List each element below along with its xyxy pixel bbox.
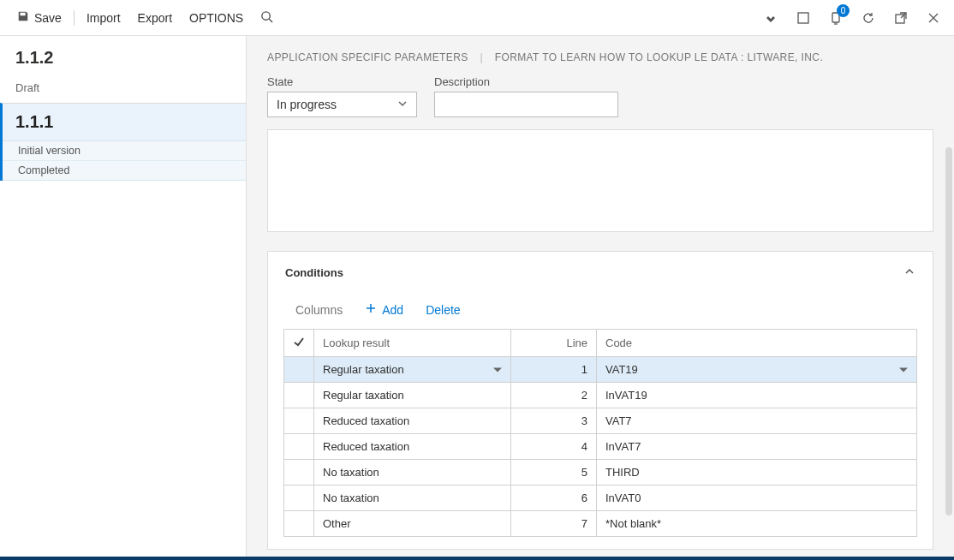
conditions-header[interactable]: Conditions [268, 252, 933, 294]
code-cell[interactable]: VAT7 [597, 408, 917, 434]
delete-button[interactable]: Delete [426, 303, 460, 317]
row-check-cell[interactable] [284, 486, 314, 511]
table-row[interactable]: Regular taxation1VAT19 [284, 357, 917, 383]
line-cell: 5 [511, 460, 597, 486]
lookup-cell[interactable]: Reduced taxation [314, 434, 511, 460]
state-label: State [267, 75, 417, 88]
lookup-cell[interactable]: Reduced taxation [314, 408, 511, 434]
options-label: OPTIONS [189, 11, 243, 25]
search-button[interactable] [260, 10, 273, 26]
notifications-button[interactable]: 0 [824, 6, 848, 30]
state-value: In progress [277, 98, 337, 111]
version-meta-line: Completed [3, 160, 246, 181]
svg-line-6 [901, 13, 906, 18]
table-row[interactable]: Reduced taxation4InVAT7 [284, 434, 917, 460]
office-icon[interactable] [791, 6, 815, 30]
breadcrumb-a: APPLICATION SPECIFIC PARAMETERS [267, 51, 468, 63]
lookup-cell[interactable]: Regular taxation [314, 357, 511, 383]
svg-point-0 [262, 11, 270, 19]
state-select[interactable]: In progress [267, 92, 417, 117]
columns-button[interactable]: Columns [295, 303, 343, 317]
svg-line-1 [269, 19, 272, 22]
breadcrumb: APPLICATION SPECIFIC PARAMETERS | FORMAT… [267, 36, 933, 74]
table-row[interactable]: Reduced taxation3VAT7 [284, 408, 917, 434]
export-label: Export [138, 11, 172, 25]
line-cell: 4 [511, 434, 597, 460]
description-input[interactable] [434, 92, 618, 117]
table-row[interactable]: No taxation6InVAT0 [284, 486, 917, 511]
row-check-cell[interactable] [284, 408, 314, 434]
options-button[interactable]: OPTIONS [181, 6, 252, 30]
add-button[interactable]: Add [365, 302, 403, 317]
row-check-cell[interactable] [284, 460, 314, 486]
versions-sidebar: 1.1.2 Draft 1.1.1 Initial version Comple… [0, 36, 247, 557]
code-cell[interactable]: VAT19 [597, 357, 917, 383]
grid-header-line[interactable]: Line [511, 330, 597, 357]
description-label: Description [434, 75, 618, 88]
lookup-cell[interactable]: No taxation [314, 460, 511, 486]
save-button[interactable]: Save [9, 5, 70, 30]
version-status: Draft [15, 81, 230, 94]
lookup-cell[interactable]: No taxation [314, 486, 511, 511]
save-label: Save [34, 11, 62, 25]
svg-rect-2 [798, 13, 808, 23]
close-button[interactable] [921, 6, 945, 30]
popout-button[interactable] [889, 6, 913, 30]
breadcrumb-sep: | [480, 51, 483, 63]
preview-box [267, 129, 933, 232]
version-meta-line: Initial version [3, 140, 246, 160]
code-cell[interactable]: *Not blank* [597, 511, 917, 537]
body: 1.1.2 Draft 1.1.1 Initial version Comple… [0, 36, 954, 557]
code-cell[interactable]: InVAT19 [597, 383, 917, 408]
chevron-down-icon [397, 98, 408, 111]
grid-header-row: Lookup result Line Code [284, 330, 917, 357]
description-field-wrapper: Description [434, 75, 618, 117]
bottom-bar [0, 557, 954, 560]
toolbar-right: 0 [759, 6, 945, 30]
code-cell[interactable]: THIRD [597, 460, 917, 486]
grid-header-lookup[interactable]: Lookup result [314, 330, 511, 357]
grid-header-check[interactable] [284, 330, 314, 357]
table-row[interactable]: No taxation5THIRD [284, 460, 917, 486]
save-icon [17, 10, 29, 25]
row-check-cell[interactable] [284, 511, 314, 537]
line-cell: 1 [511, 357, 597, 383]
toolbar-separator [74, 10, 75, 26]
scrollbar[interactable] [945, 147, 952, 515]
code-cell[interactable]: InVAT0 [597, 486, 917, 511]
notification-badge: 0 [837, 4, 850, 17]
version-title: 1.1.1 [15, 112, 230, 132]
chevron-up-icon [903, 265, 915, 280]
row-check-cell[interactable] [284, 383, 314, 408]
conditions-title: Conditions [285, 266, 343, 279]
code-cell[interactable]: InVAT7 [597, 434, 917, 460]
lookup-cell[interactable]: Other [314, 511, 511, 537]
plus-icon [365, 302, 377, 317]
conditions-toolbar: Columns Add Delete [268, 294, 933, 329]
line-cell: 6 [511, 486, 597, 511]
line-cell: 2 [511, 383, 597, 408]
lookup-cell[interactable]: Regular taxation [314, 383, 511, 408]
table-row[interactable]: Other7*Not blank* [284, 511, 917, 537]
line-cell: 7 [511, 511, 597, 537]
add-label: Add [382, 303, 403, 317]
line-cell: 3 [511, 408, 597, 434]
state-field-wrapper: State In progress [267, 75, 417, 117]
table-row[interactable]: Regular taxation2InVAT19 [284, 383, 917, 408]
import-button[interactable]: Import [78, 6, 129, 30]
row-check-cell[interactable] [284, 434, 314, 460]
grid-header-code[interactable]: Code [597, 330, 917, 357]
row-check-cell[interactable] [284, 357, 314, 383]
import-label: Import [86, 11, 121, 25]
version-item[interactable]: 1.1.2 Draft [0, 36, 246, 103]
toolbar-left: Save Import Export OPTIONS [9, 5, 273, 30]
link-icon[interactable] [759, 6, 783, 30]
search-icon [260, 10, 273, 26]
export-button[interactable]: Export [129, 6, 181, 30]
refresh-button[interactable] [856, 6, 880, 30]
version-item-selected[interactable]: 1.1.1 Initial version Completed [0, 103, 246, 181]
breadcrumb-b: FORMAT TO LEARN HOW TO LOOKUP LE DATA : … [495, 51, 824, 63]
conditions-card: Conditions Columns Add Delete [267, 251, 933, 550]
top-toolbar: Save Import Export OPTIONS 0 [0, 0, 954, 36]
form-row: State In progress Description [267, 75, 933, 117]
